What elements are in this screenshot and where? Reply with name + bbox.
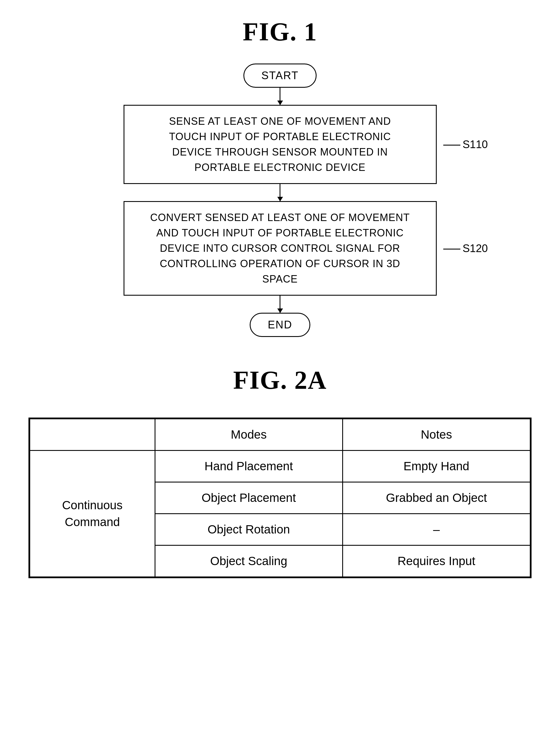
header-col1: [30, 419, 155, 451]
end-node: END: [250, 313, 310, 337]
note-object-rotation: –: [342, 514, 530, 546]
box1-wrapper: SENSE AT LEAST ONE OF MOVEMENT AND TOUCH…: [124, 105, 437, 184]
mode-object-rotation: Object Rotation: [155, 514, 342, 546]
mode-hand-placement: Hand Placement: [155, 451, 342, 482]
table-container: Modes Notes ContinuousCommand Hand Place…: [28, 418, 532, 578]
arrow3: [280, 296, 280, 313]
page: FIG. 1 START SENSE AT LEAST ONE OF MOVEM…: [0, 0, 560, 734]
continuous-command-cell: ContinuousCommand: [30, 451, 155, 577]
box2: CONVERT SENSED AT LEAST ONE OF MOVEMENT …: [124, 201, 437, 296]
box1-label: S110: [443, 138, 488, 151]
box2-wrapper: CONVERT SENSED AT LEAST ONE OF MOVEMENT …: [124, 201, 437, 296]
header-modes: Modes: [155, 419, 342, 451]
fig1-title: FIG. 1: [28, 17, 532, 46]
header-notes: Notes: [342, 419, 530, 451]
note-empty-hand: Empty Hand: [342, 451, 530, 482]
box1: SENSE AT LEAST ONE OF MOVEMENT AND TOUCH…: [124, 105, 437, 184]
table-header-row: Modes Notes: [30, 419, 530, 451]
note-requires-input: Requires Input: [342, 546, 530, 577]
table-row-1: ContinuousCommand Hand Placement Empty H…: [30, 451, 530, 482]
box2-label: S120: [443, 242, 488, 255]
fig2a-title: FIG. 2A: [28, 365, 532, 395]
flowchart: START SENSE AT LEAST ONE OF MOVEMENT AND…: [28, 63, 532, 337]
mode-object-scaling: Object Scaling: [155, 546, 342, 577]
mode-object-placement: Object Placement: [155, 482, 342, 514]
fig2a-table: Modes Notes ContinuousCommand Hand Place…: [29, 419, 531, 577]
arrow1: [280, 88, 280, 105]
start-node: START: [243, 63, 317, 88]
note-grabbed-object: Grabbed an Object: [342, 482, 530, 514]
arrow2: [280, 184, 280, 201]
